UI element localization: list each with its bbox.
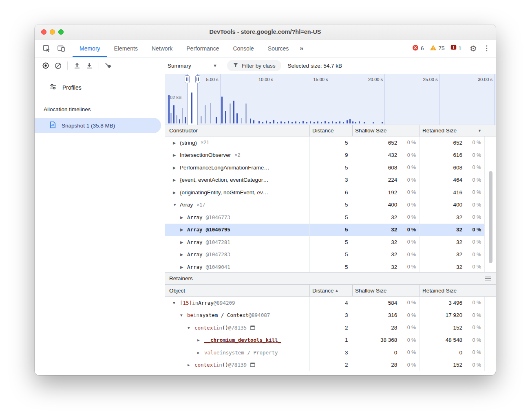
allocation-bar: [364, 122, 365, 123]
constructor-row[interactable]: ▶{event, eventAction, eventCategor…32240…: [165, 174, 485, 187]
instance-count: ×21: [201, 140, 209, 145]
device-toolbar-icon[interactable]: [55, 42, 67, 55]
reveal-object-icon[interactable]: [250, 363, 255, 367]
profiles-header[interactable]: Profiles: [35, 79, 165, 96]
expand-icon[interactable]: ▶: [173, 165, 177, 170]
perspective-select[interactable]: Summary ▼: [168, 63, 217, 69]
column-header-retained-size[interactable]: Retained Size: [420, 285, 485, 296]
size-value: 32: [352, 239, 397, 245]
expand-icon[interactable]: ▶: [173, 178, 177, 182]
vertical-scrollbar-thumb[interactable]: [489, 171, 492, 263]
expand-icon[interactable]: ▶: [173, 153, 177, 157]
selection-handle-right[interactable]: [195, 75, 200, 83]
constructor-row[interactable]: ▶Array@10490415320 %320 %: [165, 261, 485, 272]
timeline-overview[interactable]: 5.00 s10.00 s15.00 s20.00 s25.00 s30.00 …: [165, 74, 496, 125]
constructor-row[interactable]: ▶(string)×2156520 %6520 %: [165, 136, 485, 149]
expand-icon[interactable]: ▶: [180, 215, 184, 220]
clear-profiles-icon[interactable]: [52, 59, 64, 72]
column-header-distance[interactable]: Distance ▲: [309, 285, 352, 296]
column-header-object[interactable]: Object: [165, 285, 309, 296]
load-profile-icon[interactable]: [71, 59, 83, 72]
expand-icon[interactable]: ▶: [173, 190, 177, 195]
retainers-menu-icon[interactable]: [485, 277, 491, 281]
close-window-button[interactable]: [41, 29, 46, 35]
selection-handle-left[interactable]: [185, 75, 190, 83]
expand-icon[interactable]: ▶: [180, 252, 184, 257]
retainer-row[interactable]: ▶context in () @781392280 %1520 %: [165, 359, 485, 372]
allocation-bar: [179, 119, 180, 123]
constructor-row[interactable]: ▶Array@10467735320 %320 %: [165, 211, 485, 224]
collapse-icon[interactable]: ▼: [180, 313, 184, 317]
column-header-distance[interactable]: Distance: [309, 125, 352, 136]
save-profile-icon[interactable]: [83, 59, 95, 72]
retainer-row[interactable]: ▶__chromium_devtools_kill_138 3680 %48 5…: [165, 334, 485, 347]
size-value: 32: [420, 239, 462, 245]
clean-garbage-icon[interactable]: [102, 59, 115, 72]
column-header-shallow-size[interactable]: Shallow Size: [352, 125, 420, 136]
column-header-retained-size[interactable]: Retained Size ▼: [420, 125, 485, 136]
collapse-icon[interactable]: ▼: [173, 202, 177, 207]
column-header-shallow-size[interactable]: Shallow Size: [352, 285, 420, 296]
allocation-bar: [205, 105, 206, 123]
shallow-size-cell: 320 %: [352, 224, 419, 236]
issues-icon[interactable]: [450, 45, 457, 52]
retainer-row[interactable]: ▼[15] in Array @89420945840 %3 4960 %: [165, 297, 485, 309]
tab-sources[interactable]: Sources: [261, 40, 296, 57]
retained-size-cell: 4160 %: [419, 186, 484, 199]
size-value: 152: [420, 325, 462, 331]
retainer-row[interactable]: ▶value in system / Property300 %00 %: [165, 346, 485, 359]
expand-icon[interactable]: ▶: [180, 227, 184, 232]
column-header-constructor[interactable]: Constructor: [165, 125, 309, 136]
more-tabs-button[interactable]: »: [296, 40, 307, 57]
settings-gear-icon[interactable]: ⚙: [470, 44, 477, 53]
reveal-object-icon[interactable]: [250, 325, 255, 330]
tab-performance[interactable]: Performance: [179, 40, 226, 57]
expand-icon[interactable]: ▶: [173, 141, 177, 145]
perspective-select-value: Summary: [168, 63, 191, 69]
zoom-window-button[interactable]: [58, 29, 64, 35]
constructor-row[interactable]: ▼Array×1754000 %4000 %: [165, 199, 485, 211]
warning-icon[interactable]: [430, 44, 437, 53]
error-icon[interactable]: [412, 44, 419, 53]
constructor-row[interactable]: ▶Array@10472835320 %320 %: [165, 248, 485, 261]
expand-icon[interactable]: ▶: [180, 265, 184, 269]
retainer-text: @78139: [228, 362, 247, 368]
allocation-bar: [273, 120, 274, 123]
expand-icon[interactable]: ▶: [188, 363, 192, 367]
window-titlebar[interactable]: DevTools - store.google.com/?hl=en-US: [35, 24, 496, 40]
constructor-cell: ▶Array@1049041: [165, 261, 309, 272]
collapse-icon[interactable]: ▼: [188, 325, 192, 330]
size-value: 400: [420, 202, 462, 208]
retainer-text: in: [220, 350, 226, 356]
sidebar-item-snapshot-1[interactable]: Snapshot 1 (35.8 MB): [35, 118, 161, 133]
expand-icon[interactable]: ▶: [180, 240, 184, 244]
tab-memory[interactable]: Memory: [73, 40, 107, 57]
minimize-window-button[interactable]: [50, 29, 55, 35]
main-menu-kebab-icon[interactable]: ⋮: [483, 44, 490, 53]
tab-console[interactable]: Console: [226, 40, 261, 57]
constructor-row[interactable]: ▶PerformanceLongAnimationFrame…56080 %60…: [165, 161, 485, 174]
instance-count: ×17: [197, 202, 205, 208]
retainer-row[interactable]: ▼context in () @781352280 %1520 %: [165, 321, 485, 334]
retainer-text: in: [192, 300, 198, 306]
allocation-bar: [266, 121, 267, 123]
tab-network[interactable]: Network: [145, 40, 179, 57]
inspect-element-icon[interactable]: [40, 42, 53, 55]
allocation-bar: [253, 120, 254, 123]
record-heap-icon[interactable]: [40, 59, 52, 72]
size-percent: 0 %: [462, 252, 481, 257]
allocation-bar: [277, 122, 278, 123]
class-filter-input[interactable]: Filter by class: [227, 60, 281, 71]
size-percent: 0 %: [462, 152, 481, 158]
constructor-row[interactable]: ▶IntersectionObserver×294320 %6160 %: [165, 149, 485, 162]
constructor-row[interactable]: ▶{originatingEntity, noGtmEvent, ev…6192…: [165, 186, 485, 199]
tab-elements[interactable]: Elements: [107, 40, 145, 57]
distance-cell: 5: [309, 248, 352, 261]
distance-cell: 5: [309, 236, 352, 248]
retainer-row[interactable]: ▼be in system / Context @89408733160 %17…: [165, 309, 485, 322]
collapse-icon[interactable]: ▼: [173, 301, 177, 305]
expand-icon[interactable]: ▶: [197, 338, 201, 342]
expand-icon[interactable]: ▶: [197, 350, 201, 355]
constructor-row[interactable]: ▶Array@10472815320 %320 %: [165, 236, 485, 248]
constructor-row[interactable]: ▶Array@10467955320 %320 %: [165, 224, 485, 236]
